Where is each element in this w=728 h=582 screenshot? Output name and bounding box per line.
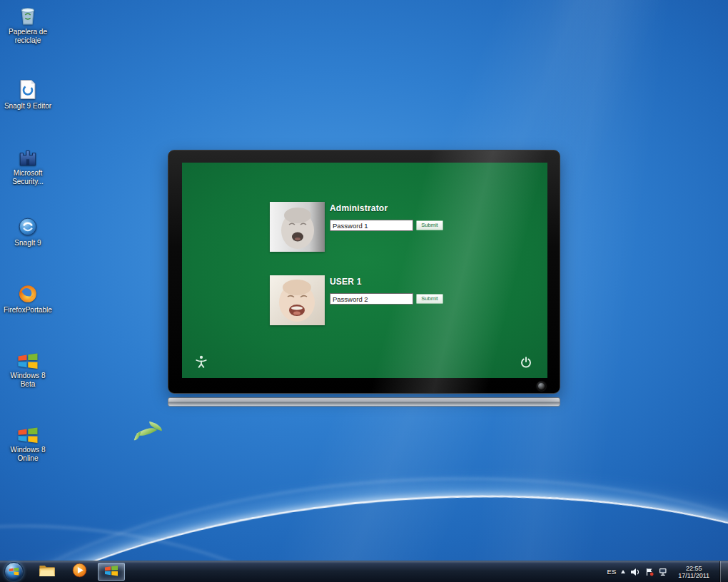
clock-date: 17/11/2011 [678,572,709,579]
action-center-flag-icon[interactable] [645,568,654,576]
desktop-icon-windows8-online[interactable]: Windows 8 Online [0,421,56,462]
volume-icon[interactable] [630,568,640,576]
firefox-icon [18,281,38,304]
desktop-icon-label: SnagIt 9 Editor [4,102,51,111]
taskbar-clock[interactable]: 22:55 17/11/2011 [674,565,713,579]
submit-button-administrator[interactable]: Submit [416,220,443,230]
desktop-icon-label: FirefoxPortable [4,306,52,315]
user1-photo[interactable] [270,275,325,325]
administrator-photo[interactable] [270,202,325,252]
desktop-icon-label: Papelera de reciclaje [2,28,54,44]
monitor-stand [168,397,560,407]
language-indicator[interactable]: ES [607,568,617,576]
wallpaper-sprout [131,421,174,449]
password-input-user1[interactable] [330,293,413,305]
clock-time: 22:55 [678,565,709,572]
windows-flag-icon [104,565,118,579]
taskbar-buttons [34,563,125,581]
snagit-editor-icon [19,77,36,100]
snagit-icon [18,214,38,237]
password-input-administrator[interactable] [330,220,413,231]
windows-flag-icon [17,347,39,369]
network-icon[interactable] [659,568,669,576]
desktop-icon-label: SnagIt 9 [14,239,41,247]
desktop-icon-label: Windows 8 Online [2,446,54,462]
monitor-power-led [537,382,546,391]
windows-flag-icon [17,421,39,444]
taskbar-explorer-button[interactable] [34,563,61,581]
media-player-icon [72,563,87,581]
desktop-icon-windows8-beta[interactable]: Windows 8 Beta [0,347,56,388]
folder-icon [39,564,56,580]
desktop-icon-label: Windows 8 Beta [2,372,54,388]
desktop-icon-snagit-editor[interactable]: SnagIt 9 Editor [0,77,56,111]
user-tile-user1[interactable]: USER 1 Submit [270,275,443,325]
monitor: Administrator Submit [168,150,560,407]
login-screen: Administrator Submit [182,163,547,378]
microsoft-security-icon [18,144,38,167]
desktop-icon-firefox-portable[interactable]: FirefoxPortable [0,281,56,315]
windows-flag-icon [9,566,19,578]
system-tray: ES [603,561,728,582]
username-label: USER 1 [330,277,443,287]
desktop-icon-snagit[interactable]: SnagIt 9 [0,214,56,247]
taskbar-windows8-app-button[interactable] [98,563,125,581]
start-button[interactable] [4,562,24,581]
username-label: Administrator [330,203,443,213]
taskbar: ES [0,561,728,582]
taskbar-media-player-button[interactable] [66,563,93,581]
user-tile-administrator[interactable]: Administrator Submit [270,202,443,252]
hidden-icons-chevron[interactable] [621,570,625,573]
monitor-bezel: Administrator Submit [168,150,560,394]
submit-button-user1[interactable]: Submit [416,294,443,304]
recycle-bin-icon [19,3,37,26]
ease-of-access-button[interactable] [195,355,208,368]
desktop-wallpaper: Papelera de reciclaje SnagIt 9 Editor [0,0,728,582]
leaf-icon [134,431,141,441]
show-desktop-button[interactable] [719,561,728,582]
desktop-icon-microsoft-security[interactable]: Microsoft Security... [0,144,56,185]
desktop-icon-label: Microsoft Security... [2,169,54,185]
power-button[interactable] [520,357,532,368]
desktop-icon-recycle-bin[interactable]: Papelera de reciclaje [0,3,56,44]
